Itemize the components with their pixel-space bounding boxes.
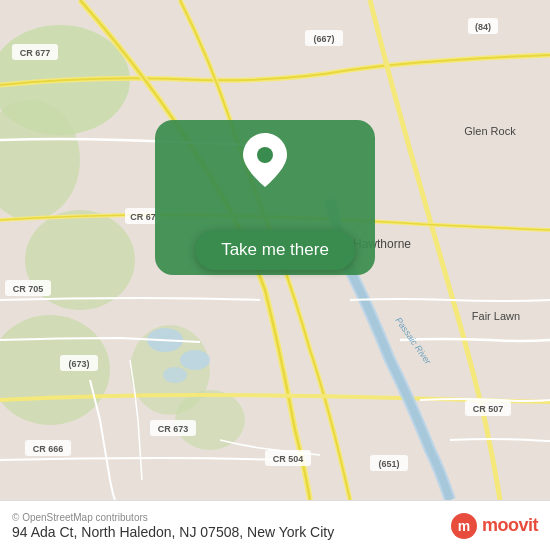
svg-text:CR 677: CR 677 [20, 48, 51, 58]
svg-text:CR 705: CR 705 [13, 284, 44, 294]
address-text: 94 Ada Ct, North Haledon, NJ 07508, New … [12, 524, 334, 540]
svg-text:Glen Rock: Glen Rock [464, 125, 516, 137]
take-me-there-overlay: Take me there [195, 230, 355, 270]
footer-left: © OpenStreetMap contributors 94 Ada Ct, … [12, 512, 334, 540]
svg-text:(84): (84) [475, 22, 491, 32]
moovit-brand-text: moovit [482, 515, 538, 536]
svg-text:Fair Lawn: Fair Lawn [472, 310, 520, 322]
osm-credit: © OpenStreetMap contributors [12, 512, 334, 523]
map-container: CR 677 (667) (84) CR 67 CR 705 (673) CR … [0, 0, 550, 500]
svg-text:(667): (667) [313, 34, 334, 44]
moovit-icon: m [450, 512, 478, 540]
svg-text:CR 507: CR 507 [473, 404, 504, 414]
svg-text:CR 673: CR 673 [158, 424, 189, 434]
svg-text:CR 504: CR 504 [273, 454, 304, 464]
svg-text:CR 67: CR 67 [130, 212, 156, 222]
svg-point-37 [257, 147, 273, 163]
footer: © OpenStreetMap contributors 94 Ada Ct, … [0, 500, 550, 550]
svg-point-8 [180, 350, 210, 370]
moovit-logo: m moovit [450, 512, 538, 540]
svg-text:CR 666: CR 666 [33, 444, 64, 454]
svg-point-9 [163, 367, 187, 383]
svg-text:(651): (651) [378, 459, 399, 469]
take-me-there-button[interactable]: Take me there [195, 230, 355, 270]
svg-text:m: m [458, 518, 470, 534]
svg-text:(673): (673) [68, 359, 89, 369]
